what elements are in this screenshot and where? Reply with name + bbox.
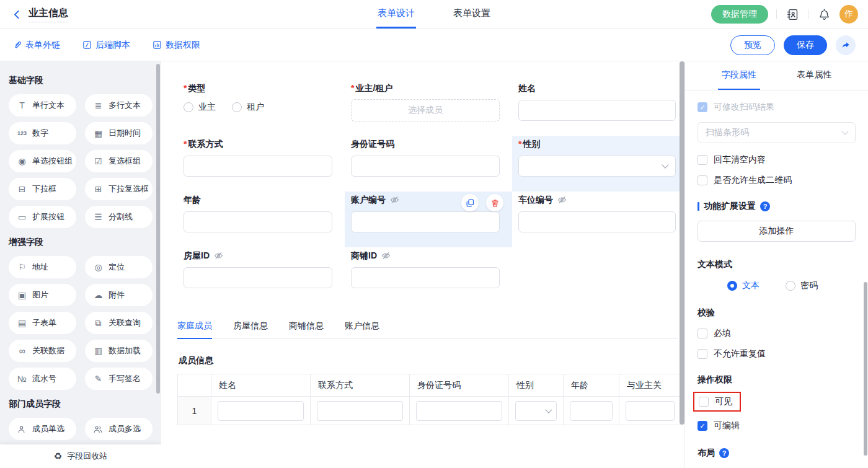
pill-serial-number[interactable]: №流水号 xyxy=(9,368,76,390)
data-permission[interactable]: 数据权限 xyxy=(153,40,200,51)
serial-number-icon: № xyxy=(17,374,27,383)
radio-tenant[interactable]: 租户 xyxy=(232,102,264,113)
tab-form-settings[interactable]: 表单设置 xyxy=(452,0,492,29)
field-shop-id[interactable]: 商铺ID xyxy=(345,247,512,303)
field-recycle-bin[interactable]: ♻ 字段回收站 xyxy=(0,444,161,468)
text-input[interactable] xyxy=(184,267,332,288)
scan-type-select[interactable]: 扫描条形码 xyxy=(698,122,856,143)
checkbox-allow-qrcode[interactable] xyxy=(698,175,707,185)
help-icon[interactable]: ? xyxy=(719,448,729,458)
pill-subform[interactable]: ▤子表单 xyxy=(9,312,76,334)
bell-icon[interactable] xyxy=(817,7,831,22)
field-type[interactable]: *类型 业主 租户 xyxy=(177,80,345,136)
radio-password-mode[interactable]: 密码 xyxy=(786,280,818,291)
member-picker[interactable]: 选择成员 xyxy=(351,99,500,121)
avatar[interactable]: 作 xyxy=(839,5,858,24)
pill-member-single[interactable]: 成员单选 xyxy=(9,418,76,440)
text-input[interactable] xyxy=(518,211,676,232)
checkbox-label: 可编辑 xyxy=(714,420,740,431)
cell-input[interactable] xyxy=(416,401,502,421)
checkbox-clear-on-enter[interactable] xyxy=(698,155,707,165)
checkbox-no-duplicate[interactable] xyxy=(698,349,707,359)
script-icon xyxy=(82,40,92,50)
header-tabs: 表单设计 表单设置 xyxy=(376,0,492,29)
cell-select[interactable] xyxy=(515,401,557,421)
cell-input[interactable] xyxy=(218,401,304,421)
pill-divider[interactable]: ☰分割线 xyxy=(85,206,153,228)
panel-scrollbar[interactable] xyxy=(864,282,867,456)
help-icon[interactable]: ? xyxy=(760,201,770,211)
pill-label: 数据加载 xyxy=(108,345,141,356)
pill-radio-group[interactable]: ◉单选按钮组 xyxy=(9,150,76,172)
pill-multi-dropdown[interactable]: ⊞下拉复选框 xyxy=(85,178,153,200)
pill-single-line-text[interactable]: T单行文本 xyxy=(9,94,76,117)
pill-related-data[interactable]: ∞关联数据 xyxy=(9,340,76,362)
field-house-id[interactable]: 房屋ID xyxy=(177,247,345,303)
table-header-4: 性别 xyxy=(509,374,564,397)
field-contact[interactable]: *联系方式 xyxy=(177,136,345,192)
form-external-link[interactable]: 表单外链 xyxy=(12,40,60,51)
field-parking-no[interactable]: 车位编号 xyxy=(512,192,684,247)
tab-field-properties[interactable]: 字段属性 xyxy=(718,61,760,90)
text-input[interactable] xyxy=(518,100,676,121)
text-input[interactable] xyxy=(351,211,500,232)
text-input[interactable] xyxy=(184,211,332,232)
field-account-no-selected[interactable]: 账户编号 xyxy=(345,192,512,247)
scan-modify-row: ✓ 可修改扫码结果 xyxy=(698,102,856,113)
pill-multi-line-text[interactable]: ≣多行文本 xyxy=(85,94,153,117)
canvas-scrollbar[interactable] xyxy=(680,61,684,425)
save-button[interactable]: 保存 xyxy=(784,35,827,55)
tab-form-design[interactable]: 表单设计 xyxy=(376,0,416,29)
gender-select[interactable] xyxy=(518,156,676,177)
radio-owner[interactable]: 业主 xyxy=(184,102,216,113)
pill-address[interactable]: ⚐地址 xyxy=(9,256,76,278)
subform-tab-0[interactable]: 家庭成员 xyxy=(177,320,212,339)
pill-extend-button[interactable]: ▭扩展按钮 xyxy=(9,206,76,228)
pill-data-load[interactable]: ▥数据加载 xyxy=(85,340,153,362)
pill-number[interactable]: 123数字 xyxy=(9,122,76,144)
field-id-number[interactable]: 身份证号码 xyxy=(345,136,512,192)
field-age[interactable]: 年龄 xyxy=(177,192,345,247)
cell-input[interactable] xyxy=(570,401,613,421)
pill-checkbox-group[interactable]: ☑复选框组 xyxy=(85,150,153,172)
address-book-icon[interactable] xyxy=(785,7,800,22)
checkbox-visible[interactable] xyxy=(699,397,709,407)
checkbox-required[interactable] xyxy=(698,329,707,338)
sidebar-scrollbar[interactable] xyxy=(156,64,160,394)
divider-icon: ☰ xyxy=(93,213,104,221)
field-gender-active[interactable]: *性别 xyxy=(512,136,684,192)
add-action-button[interactable]: 添加操作 xyxy=(698,221,856,242)
checkbox-scan-modify[interactable]: ✓ xyxy=(698,102,707,112)
pill-label: 下拉复选框 xyxy=(108,183,149,195)
field-name[interactable]: 姓名 xyxy=(512,80,684,136)
copy-field-button[interactable] xyxy=(461,194,479,211)
preview-button[interactable]: 预览 xyxy=(730,35,775,55)
data-manage-button[interactable]: 数据管理 xyxy=(711,5,768,24)
text-input[interactable] xyxy=(351,156,500,177)
field-owner-tenant[interactable]: *业主/租户 选择成员 xyxy=(345,80,512,136)
radio-text-mode[interactable]: 文本 xyxy=(727,280,760,291)
pill-signature[interactable]: ✎手写签名 xyxy=(85,368,153,390)
pill-attachment[interactable]: ☁附件 xyxy=(85,284,153,306)
subform-tab-2[interactable]: 商铺信息 xyxy=(289,320,324,339)
eye-off-icon xyxy=(557,195,567,205)
delete-field-button[interactable] xyxy=(486,194,503,211)
backend-script[interactable]: 后端脚本 xyxy=(82,40,130,51)
cell-input[interactable] xyxy=(317,401,403,421)
pill-location[interactable]: ◎定位 xyxy=(85,256,153,278)
subform-tab-3[interactable]: 账户信息 xyxy=(345,320,379,339)
subform-tab-1[interactable]: 房屋信息 xyxy=(233,320,268,339)
pill-related-query[interactable]: ⧉关联查询 xyxy=(85,312,153,334)
checkbox-editable[interactable]: ✓ xyxy=(698,421,707,431)
pill-dropdown[interactable]: ⊟下拉框 xyxy=(9,178,76,200)
pill-member-multi[interactable]: 成员多选 xyxy=(85,418,153,440)
pill-datetime[interactable]: ▦日期时间 xyxy=(85,122,153,144)
back-button[interactable] xyxy=(10,7,24,21)
cell-input[interactable] xyxy=(626,401,675,421)
share-button[interactable] xyxy=(836,35,856,55)
pill-image[interactable]: ▣图片 xyxy=(9,284,76,306)
text-input[interactable] xyxy=(184,156,332,177)
tab-form-properties[interactable]: 表单属性 xyxy=(793,61,835,90)
divider xyxy=(808,9,808,19)
text-input[interactable] xyxy=(351,267,500,288)
